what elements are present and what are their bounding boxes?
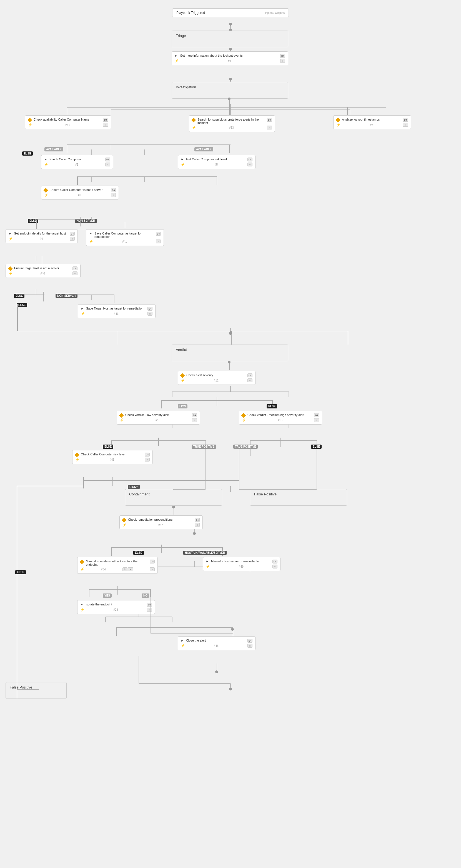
save-caller-arrow-icon: ► <box>89 232 92 235</box>
manual-host-server-node: ► Manual - host server or unavailable D4… <box>203 557 281 571</box>
close-alert-ii-btn[interactable]: II <box>248 644 253 648</box>
check-remediation-d4-btn[interactable]: D4 <box>195 518 200 522</box>
get-risk-d4-btn[interactable]: D4 <box>248 158 253 161</box>
get-more-info-node: ► Get more information about the lockout… <box>172 52 288 65</box>
risky-badge: RISKY <box>128 485 140 489</box>
get-risk-title: Get Caller Computer risk level <box>186 158 246 161</box>
triage-section: Triage <box>172 31 288 47</box>
check-remediation-id: #52 <box>158 524 163 527</box>
check-availability-title: Check availability Caller Computer Name <box>34 118 102 121</box>
close-alert-d4-btn[interactable]: D4 <box>248 639 253 643</box>
get-risk-lightning: ⚡ <box>181 162 185 166</box>
check-remediation-ii-btn[interactable]: II <box>195 523 200 527</box>
search-suspicious-ii-btn[interactable]: II <box>267 126 272 129</box>
no-badge: NO <box>142 593 149 598</box>
ensure-target-not-server-node: Ensure target host is not a server D4 ⚡ … <box>5 264 80 278</box>
analyze-timestamps-node: Analyze lockout timestamps D4 ⚡ #8 II <box>333 115 411 129</box>
save-target-ii-btn[interactable]: II <box>147 312 153 316</box>
check-availability-node: Check availability Caller Computer Name … <box>25 115 111 129</box>
get-more-info-arrow-icon: ► <box>175 54 178 57</box>
ensure-target-ii-btn[interactable]: II <box>72 272 77 275</box>
manual-host-lightning: ⚡ <box>206 565 210 568</box>
analyze-timestamps-d4-btn[interactable]: D4 <box>403 118 408 122</box>
ensure-target-id: #40 <box>40 272 45 275</box>
check-verdict-low-title: Check verdict - low severity alert <box>125 413 191 416</box>
get-endpoint-ii-btn[interactable]: II <box>70 237 75 241</box>
enrich-caller-d4-btn[interactable]: D4 <box>105 158 110 161</box>
get-risk-arrow-icon: ► <box>181 158 184 161</box>
enrich-caller-ii-btn[interactable]: II <box>105 162 110 166</box>
check-verdict-low-diamond-icon <box>119 413 124 418</box>
enrich-caller-title: Enrich Caller Computer <box>50 158 104 161</box>
save-target-d4-btn[interactable]: D4 <box>147 307 153 311</box>
manual-host-arrow-icon: ► <box>206 560 209 563</box>
false-positive-2-section: False Positive <box>5 682 67 699</box>
isolate-endpoint-ii-btn[interactable]: II <box>147 608 152 612</box>
check-verdict-medhigh-lightning: ⚡ <box>242 418 246 422</box>
search-suspicious-d4-btn[interactable]: D4 <box>267 118 272 122</box>
check-verdict-low-lightning: ⚡ <box>120 418 124 422</box>
check-caller-risk-d4-btn[interactable]: D4 <box>145 453 150 457</box>
canvas: Playbook Triggered Inputs / Outputs Tria… <box>0 0 461 868</box>
else-badge-containment: ELSE <box>15 570 26 574</box>
ensure-target-d4-btn[interactable]: D4 <box>72 267 77 270</box>
check-availability-d4-btn[interactable]: D4 <box>103 118 108 122</box>
get-endpoint-d4-btn[interactable]: D4 <box>70 232 75 236</box>
isolate-endpoint-lightning: ⚡ <box>80 608 85 612</box>
check-availability-diamond-icon <box>28 118 32 123</box>
ensure-caller-title: Ensure Caller Computer is not a server <box>50 188 110 191</box>
close-alert-node: ► Close the alert D4 ⚡ #46 II <box>178 636 256 650</box>
get-risk-ii-btn[interactable]: II <box>248 162 253 166</box>
isolate-endpoint-d4-btn[interactable]: D4 <box>147 603 152 607</box>
ensure-caller-d4-btn[interactable]: D4 <box>111 188 116 192</box>
manual-isolate-play-btn[interactable]: ▶ <box>128 567 133 571</box>
check-caller-risk-ii-btn[interactable]: II <box>145 458 150 462</box>
check-caller-risk-diamond-icon <box>75 453 79 457</box>
check-severity-diamond-icon <box>180 373 185 378</box>
get-more-info-d4-btn[interactable]: D4 <box>280 54 285 58</box>
check-verdict-low-ii-btn[interactable]: II <box>192 418 197 422</box>
check-severity-d4-btn[interactable]: D4 <box>248 373 253 377</box>
check-alert-severity-node: Check alert severity D4 ⚡ #12 II <box>178 371 256 385</box>
check-verdict-medhigh-title: Check verdict - medium/high severity ale… <box>248 413 313 416</box>
enrich-caller-arrow-icon: ► <box>44 158 47 161</box>
else-badge-7: ELSE <box>311 444 322 449</box>
manual-isolate-d4-btn[interactable]: D4 <box>150 560 155 563</box>
check-severity-title: Check alert severity <box>186 373 246 377</box>
check-verdict-medhigh-d4-btn[interactable]: D4 <box>314 413 319 417</box>
check-verdict-low-d4-btn[interactable]: D4 <box>192 413 197 417</box>
get-more-info-ii-btn[interactable]: II <box>280 59 285 63</box>
ensure-caller-ii-btn[interactable]: II <box>111 193 116 197</box>
manual-isolate-title: Manual - decide whether to isolate the e… <box>86 560 149 566</box>
ensure-target-lightning: ⚡ <box>9 272 13 275</box>
manual-isolate-edit-btn[interactable]: ✎ <box>123 567 128 571</box>
get-risk-level-node: ► Get Caller Computer risk level D4 ⚡ #5… <box>178 155 256 169</box>
get-endpoint-lightning: ⚡ <box>9 237 13 241</box>
manual-isolate-node: Manual - decide whether to isolate the e… <box>77 557 158 574</box>
enrich-caller-node: ► Enrich Caller Computer D4 ⚡ #9 II <box>41 155 113 169</box>
get-endpoint-title: Get endpoint details for the target host <box>14 232 69 235</box>
triage-label: Triage <box>176 34 186 38</box>
check-severity-ii-btn[interactable]: II <box>248 378 253 382</box>
ensure-target-title: Ensure target host is not a server <box>14 267 71 270</box>
enrich-caller-id: #9 <box>75 163 78 166</box>
else-badge-4: ELSE <box>17 303 27 307</box>
search-suspicious-diamond-icon <box>191 118 196 123</box>
check-availability-ii-btn[interactable]: II <box>103 123 108 127</box>
analyze-timestamps-ii-btn[interactable]: II <box>403 123 408 127</box>
check-verdict-medhigh-ii-btn[interactable]: II <box>314 418 319 422</box>
save-caller-ii-btn[interactable]: II <box>156 240 161 243</box>
get-more-info-title: Get more information about the lockout e… <box>180 54 279 57</box>
check-availability-lightning: ⚡ <box>28 123 32 127</box>
search-suspicious-node: Search for suspicious brute force alerts… <box>189 115 275 132</box>
get-endpoint-details-node: ► Get endpoint details for the target ho… <box>5 229 78 243</box>
save-caller-d4-btn[interactable]: D4 <box>156 232 161 236</box>
save-target-lightning: ⚡ <box>81 312 85 316</box>
ensure-caller-id: #9 <box>78 194 81 197</box>
manual-isolate-ii-btn[interactable]: II <box>150 567 155 571</box>
low-badge: LOW <box>178 404 188 408</box>
manual-host-d4-btn[interactable]: D4 <box>272 560 277 563</box>
manual-host-ii-btn[interactable]: II <box>272 565 277 568</box>
manual-host-id: #49 <box>239 565 243 568</box>
isolate-endpoint-node: ► Isolate the endpoint D4 ⚡ #28 II <box>77 600 155 614</box>
